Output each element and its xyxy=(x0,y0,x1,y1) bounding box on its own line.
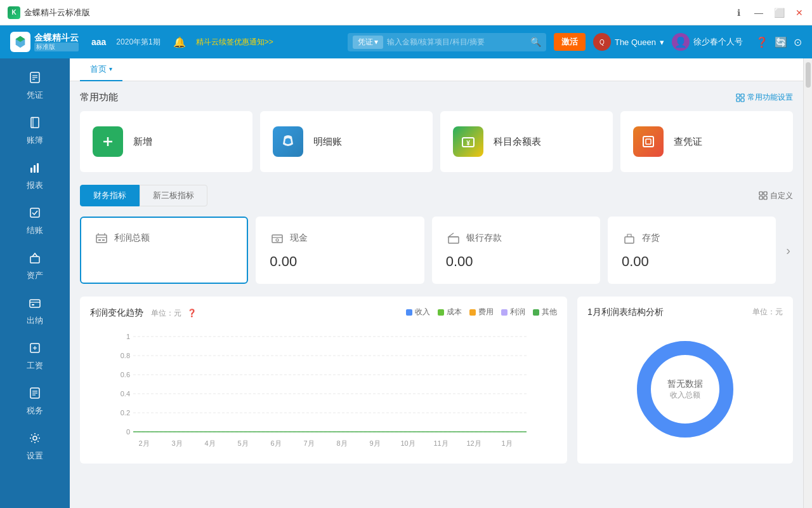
common-functions-title: 常用功能 xyxy=(80,91,118,104)
scrollbar-thumb[interactable] xyxy=(806,62,811,88)
queen-user[interactable]: Q The Queen ▾ xyxy=(593,33,664,51)
minimize-button[interactable]: — xyxy=(754,8,764,18)
svg-rect-41 xyxy=(102,239,105,241)
metric-cash-header: 现金 xyxy=(270,231,410,246)
search-icon[interactable]: 🔍 xyxy=(530,37,541,47)
svg-text:11月: 11月 xyxy=(433,439,448,447)
svg-rect-11 xyxy=(30,300,40,307)
tab-home-arrow[interactable]: ▾ xyxy=(109,65,112,72)
sidebar-item-cashier[interactable]: 出纳 xyxy=(0,289,70,334)
legend-profit-dot xyxy=(501,309,508,316)
personal-user[interactable]: 👤 徐少春个人号 xyxy=(672,33,743,51)
svg-text:10月: 10月 xyxy=(400,439,415,447)
inventory-icon xyxy=(622,231,637,246)
sidebar-item-assets[interactable]: 资产 xyxy=(0,244,70,289)
svg-text:0.4: 0.4 xyxy=(121,390,130,398)
refresh-icon[interactable]: 🔄 xyxy=(775,36,787,48)
main-layout: 凭证 账簿 报表 结账 资产 xyxy=(0,58,812,508)
func-card-voucher[interactable]: 查凭证 xyxy=(620,111,793,172)
chart-help-icon[interactable]: ❓ xyxy=(187,309,197,318)
sidebar: 凭证 账簿 报表 结账 资产 xyxy=(0,58,70,508)
svg-rect-31 xyxy=(646,139,651,144)
fullscreen-icon[interactable]: ⊙ xyxy=(794,36,802,48)
svg-text:0.6: 0.6 xyxy=(121,371,130,378)
svg-rect-8 xyxy=(37,163,39,173)
metric-inventory-title: 存货 xyxy=(642,232,660,244)
help-icon[interactable]: ❓ xyxy=(756,36,768,48)
sidebar-item-tax[interactable]: 税务 xyxy=(0,379,70,424)
next-metrics-button[interactable]: › xyxy=(783,217,793,284)
maximize-button[interactable]: ⬜ xyxy=(774,8,784,18)
profit-icon xyxy=(94,231,109,246)
svg-rect-45 xyxy=(449,237,459,243)
donut-no-data: 暂无数据 xyxy=(667,378,703,390)
search-input[interactable] xyxy=(387,37,527,46)
metric-bank-value: 0.00 xyxy=(446,253,586,270)
customize-button[interactable]: 自定义 xyxy=(759,190,793,201)
tab-bar: 首页 ▾ xyxy=(70,58,803,81)
metric-inventory[interactable]: 存货 0.00 xyxy=(608,217,776,284)
func-card-subject[interactable]: ¥ 科目余额表 xyxy=(440,111,613,172)
donut-container: 暂无数据 收入总额 xyxy=(587,326,783,453)
donut-wrap: 暂无数据 收入总额 xyxy=(634,338,736,440)
svg-rect-24 xyxy=(737,98,740,102)
toolbar-right-icons: ❓ 🔄 ⊙ xyxy=(756,36,802,48)
func-card-add[interactable]: 新增 xyxy=(80,111,252,172)
sidebar-item-ledger[interactable]: 账簿 xyxy=(0,109,70,154)
tab-home[interactable]: 首页 ▾ xyxy=(80,58,122,81)
sidebar-label-closing: 结账 xyxy=(27,225,43,236)
chart-left-unit: 单位：元 xyxy=(151,309,181,318)
metric-bank[interactable]: 银行存款 0.00 xyxy=(432,217,600,284)
common-functions-setting[interactable]: 常用功能设置 xyxy=(736,92,793,103)
svg-rect-22 xyxy=(737,94,740,97)
func-card-detail[interactable]: 明细账 xyxy=(260,111,433,172)
sidebar-item-voucher[interactable]: 凭证 xyxy=(0,64,70,109)
common-functions-header: 常用功能 常用功能设置 xyxy=(80,91,793,104)
title-bar: K 金蝶精斗云标准版 ℹ — ⬜ ✕ xyxy=(0,0,812,25)
notice-text[interactable]: 精斗云续签优惠通知>> xyxy=(196,37,273,48)
toolbar-logo: 金蝶精斗云 标准版 xyxy=(10,32,79,52)
tab-financial[interactable]: 财务指标 xyxy=(80,185,140,206)
app-title: 金蝶精斗云标准版 xyxy=(24,7,90,18)
tax-icon xyxy=(29,387,41,403)
profit-structure-chart: 1月利润表结构分析 单位：元 暂无数据 xyxy=(577,297,793,464)
metric-cash-title: 现金 xyxy=(290,232,308,244)
personal-avatar: 👤 xyxy=(672,33,690,51)
svg-rect-46 xyxy=(625,237,634,243)
sidebar-item-report[interactable]: 报表 xyxy=(0,154,70,199)
chart-left-title-area: 利润变化趋势 单位：元 ❓ xyxy=(90,307,197,319)
sidebar-label-cashier: 出纳 xyxy=(27,315,43,326)
svg-rect-23 xyxy=(741,94,744,97)
tab-neeq[interactable]: 新三板指标 xyxy=(140,185,207,206)
assets-icon xyxy=(29,251,41,267)
indicator-tab-group: 财务指标 新三板指标 xyxy=(80,185,207,206)
search-bar: 凭证 ▾ 🔍 xyxy=(348,33,546,51)
scrollbar[interactable] xyxy=(803,58,812,508)
add-func-icon xyxy=(93,126,123,157)
legend-cost: 成本 xyxy=(438,307,462,318)
activate-button[interactable]: 激活 xyxy=(554,33,586,51)
svg-rect-13 xyxy=(32,304,34,305)
svg-text:4月: 4月 xyxy=(204,439,215,447)
sidebar-label-payroll: 工资 xyxy=(27,360,43,371)
sidebar-item-settings[interactable]: 设置 xyxy=(0,424,70,469)
svg-rect-40 xyxy=(98,239,101,241)
svg-text:2月: 2月 xyxy=(138,439,149,447)
svg-text:¥: ¥ xyxy=(466,140,470,147)
voucher-select[interactable]: 凭证 ▾ xyxy=(353,36,383,49)
metric-profit[interactable]: 利润总额 xyxy=(80,217,248,284)
legend-other-dot xyxy=(533,309,539,316)
close-button[interactable]: ✕ xyxy=(794,8,804,18)
sidebar-item-closing[interactable]: 结账 xyxy=(0,199,70,244)
svg-rect-7 xyxy=(34,165,36,173)
metric-cash[interactable]: 现金 0.00 xyxy=(256,217,424,284)
metric-profit-title: 利润总额 xyxy=(114,232,150,244)
sidebar-label-settings: 设置 xyxy=(27,450,43,462)
bell-icon[interactable]: 🔔 xyxy=(173,36,186,48)
svg-text:3月: 3月 xyxy=(171,439,182,447)
svg-text:1: 1 xyxy=(126,333,130,340)
queen-avatar: Q xyxy=(593,33,611,51)
subject-func-icon: ¥ xyxy=(453,126,483,157)
info-button[interactable]: ℹ xyxy=(733,8,743,18)
sidebar-item-payroll[interactable]: 工资 xyxy=(0,334,70,379)
